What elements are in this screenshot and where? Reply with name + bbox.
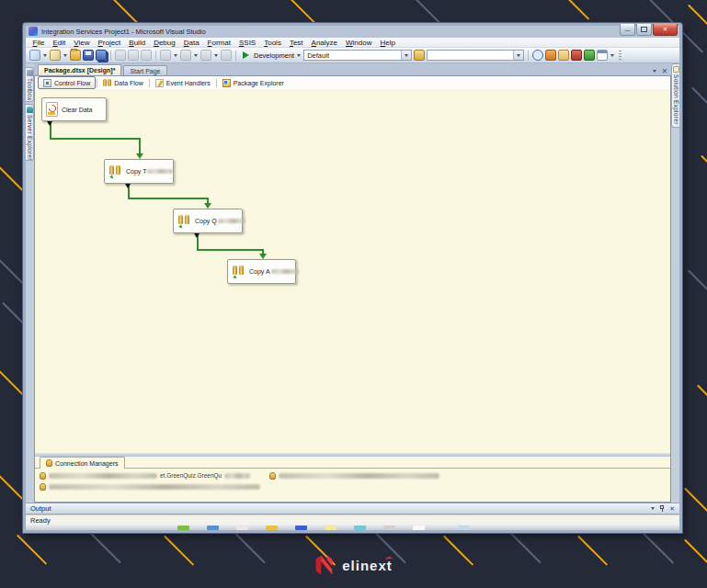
menu-item-build[interactable]: Build [125,39,150,47]
task-clear-data[interactable]: Clear Data [41,97,107,121]
control-flow-icon [43,79,51,87]
document-tab-start-page[interactable]: Start Page [123,65,166,75]
new-dropdown-icon[interactable] [43,54,47,57]
new-project-icon[interactable] [29,50,40,61]
elinext-logo-icon [314,553,334,577]
designer-tab-package-explorer[interactable]: Package Explorer [218,77,289,88]
brand-name: elinext [342,558,393,573]
output-menu-dropdown-icon[interactable] [651,507,655,510]
copy-icon[interactable] [128,50,139,61]
connector-source-icon [194,233,200,238]
precedence-connector [128,198,209,199]
toolbar-options-dropdown-icon[interactable] [610,54,614,57]
side-tab-toolbox[interactable]: Toolbox [26,67,34,102]
solution-configuration-combo[interactable]: Default [303,50,412,61]
tools-icon[interactable] [571,50,582,61]
menu-item-view[interactable]: View [70,39,94,47]
diagonal-line [285,0,315,24]
menu-item-ssis[interactable]: SSIS [234,39,259,47]
designer-tab-control-flow[interactable]: Control Flow [38,76,96,89]
green-arrow-icon [233,275,238,280]
paste-icon[interactable] [141,50,152,61]
menu-item-format[interactable]: Format [203,39,234,47]
configuration-label[interactable]: Development [254,51,294,60]
designer-tab-label: Package Explorer [234,80,284,86]
doc-tab-list-dropdown-icon[interactable] [653,70,656,73]
navigate-back-icon[interactable] [200,50,211,61]
menu-item-help[interactable]: Help [376,39,399,47]
menu-item-test[interactable]: Test [285,39,307,47]
document-tab-package-dtsx-design[interactable]: Package.dtsx [Design]* [38,64,121,75]
build-tool-icon[interactable] [545,50,556,61]
toolbar-grip[interactable] [619,51,621,60]
designer-tab-data-flow[interactable]: Data Flow [98,77,148,88]
designer-tab-event-handlers[interactable]: Event Handlers [151,77,215,88]
title-bar[interactable]: Integration Services Project1 - Microsof… [26,26,679,38]
side-tab-label: Toolbox [27,78,33,101]
output-close-icon[interactable]: ✕ [669,505,675,513]
doc-tab-close-icon[interactable]: ✕ [662,67,667,75]
undo-icon[interactable] [160,50,171,61]
menu-item-project[interactable]: Project [94,39,125,47]
cut-icon[interactable] [115,50,126,61]
diagonal-line [691,87,707,134]
task-copy-q[interactable]: Copy Q [173,209,243,233]
menu-item-window[interactable]: Window [342,39,376,47]
add-item-icon[interactable] [50,50,61,61]
menu-item-analyze[interactable]: Analyze [307,39,341,47]
menu-item-debug[interactable]: Debug [150,39,180,47]
output-panel-header[interactable]: Output ✕ [26,503,679,514]
minimize-button[interactable]: — [620,24,635,36]
data-flow-icon [103,79,111,87]
connection-manager-item[interactable]: et.GreenQuiz.GreenQu [40,471,250,480]
menu-item-file[interactable]: File [29,39,49,47]
menu-item-data[interactable]: Data [179,39,203,47]
diagonal-line [688,5,707,51]
side-tab-solution-explorer[interactable]: Solution Explorer [671,63,679,128]
database-connection-icon [40,472,46,480]
task-copy-t[interactable]: Copy T [104,159,174,184]
redo-dropdown-icon[interactable] [194,54,198,57]
window-layout-icon[interactable] [597,50,608,61]
diagonal-line [684,488,707,525]
tab-separator [149,79,150,87]
menu-item-tools[interactable]: Tools [260,39,286,47]
toolbar: Development Default [26,48,679,63]
taskbar-app-icon [177,526,189,530]
visual-studio-icon [29,27,38,36]
menu-item-edit[interactable]: Edit [49,39,70,47]
open-file-icon[interactable] [70,50,81,61]
event-handlers-icon [155,79,164,87]
side-tab-server-explorer[interactable]: Server Explorer [26,104,34,161]
pin-icon[interactable] [660,505,665,513]
redacted-text [147,169,173,174]
navigate-forward-icon[interactable] [221,50,232,61]
start-debugging-icon[interactable] [243,51,249,59]
configuration-dropdown-icon[interactable] [297,54,301,57]
package-tool-icon[interactable] [584,50,595,61]
designer-tab-label: Data Flow [114,80,143,86]
restore-icon [641,27,647,32]
solution-explorer-icon [673,66,679,73]
close-button[interactable]: ✕ [653,24,678,36]
deploy-icon[interactable] [414,50,425,61]
find-in-files-icon[interactable] [532,50,543,61]
add-dropdown-icon[interactable] [63,54,67,57]
database-connection-icon [40,483,46,491]
find-dropdown-icon [517,54,520,57]
taskbar-app-icon [383,526,395,530]
menu-bar: FileEditViewProjectBuildDebugDataFormatS… [26,38,679,48]
connection-manager-item[interactable] [40,482,260,491]
control-flow-canvas[interactable]: Clear DataCopy TCopy QCopy A [35,89,670,453]
mail-tool-icon[interactable] [558,50,569,61]
connection-manager-item[interactable] [269,471,439,480]
navigate-dropdown-icon[interactable] [214,54,218,57]
redo-icon[interactable] [180,50,191,61]
save-icon[interactable] [83,50,94,61]
maximize-button[interactable] [636,24,652,36]
undo-dropdown-icon[interactable] [174,54,177,57]
find-combo[interactable] [427,50,524,61]
task-copy-a[interactable]: Copy A [227,259,296,284]
save-all-icon[interactable] [96,50,107,61]
connection-managers-tab[interactable]: Connection Managers [40,457,125,469]
